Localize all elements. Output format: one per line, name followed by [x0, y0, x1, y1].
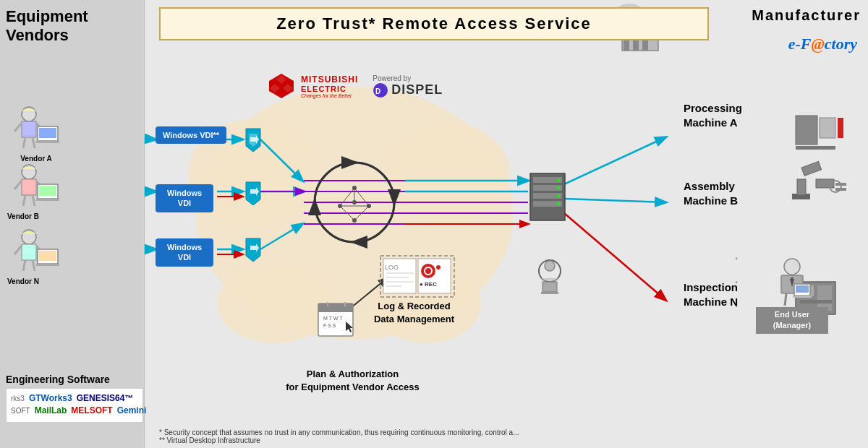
svg-line-38	[340, 188, 354, 206]
svg-line-27	[564, 137, 665, 184]
footnotes-area: * Security concept that assumes no trust…	[159, 428, 854, 444]
svg-point-35	[352, 218, 357, 223]
svg-point-34	[338, 204, 342, 208]
powered-by-text: Powered by	[373, 74, 443, 82]
svg-rect-111	[36, 141, 59, 143]
svg-point-98	[421, 264, 435, 278]
svg-point-62	[557, 186, 560, 189]
svg-text:D: D	[375, 87, 380, 95]
mitsubishi-name: MITSUBISHI	[301, 74, 358, 85]
svg-text:F  S  S: F S S	[323, 323, 336, 328]
left-panel: EquipmentVendors Vendor A	[0, 0, 145, 448]
dispel-group: Powered by D DISPEL	[373, 74, 443, 98]
processing-machine-label: ProcessingMachine A	[684, 101, 742, 129]
software-mailab: MailLab	[35, 405, 67, 415]
svg-marker-44	[250, 187, 259, 196]
worker-n-icon	[7, 224, 65, 282]
software-row-1: rks3 GTWorks3 GENESIS64™	[11, 393, 138, 403]
svg-point-31	[315, 163, 394, 242]
worker-b-icon	[7, 159, 65, 217]
vendor-a-area: Vendor A	[7, 101, 65, 163]
svg-rect-82	[542, 282, 557, 292]
svg-line-15	[260, 224, 302, 249]
software-genesis64: GENESIS64™	[77, 393, 134, 403]
eng-software-title: Engineering Software	[6, 374, 143, 385]
mitsubishi-diamond-icon	[268, 72, 295, 100]
mitsubishi-text-group: MITSUBISHI ELECTRIC Changes for the Bett…	[301, 74, 358, 98]
vdi-label-2: WindowsVDI	[167, 189, 202, 207]
svg-rect-84	[318, 303, 353, 336]
svg-marker-43	[250, 135, 259, 144]
logos-area: MITSUBISHI ELECTRIC Changes for the Bett…	[268, 72, 443, 100]
svg-line-37	[354, 188, 369, 206]
svg-point-138	[784, 259, 800, 275]
svg-line-28	[564, 199, 665, 202]
svg-point-81	[545, 261, 555, 271]
svg-point-61	[557, 178, 560, 181]
svg-rect-129	[36, 264, 59, 266]
svg-line-108	[33, 137, 35, 148]
svg-rect-83	[541, 292, 558, 294]
end-user-section: End User(Manager)	[756, 257, 828, 334]
svg-line-105	[14, 123, 22, 132]
software-gtworks3: GTWorks3	[29, 393, 72, 403]
assembly-machine-label: AssemblyMachine B	[684, 179, 738, 207]
svg-rect-110	[39, 128, 56, 138]
svg-text:● REC: ● REC	[420, 281, 437, 288]
svg-line-116	[23, 195, 25, 206]
software-gemini: Gemini	[117, 405, 147, 415]
svg-line-141	[785, 293, 786, 306]
svg-point-32	[352, 186, 357, 190]
svg-line-40	[340, 206, 354, 220]
software-list: rks3 GTWorks3 GENESIS64™ SOFT MailLab ME…	[6, 388, 143, 423]
manufacturer-title: Manufacturer	[676, 0, 868, 31]
svg-point-36	[352, 200, 357, 204]
svg-rect-59	[533, 193, 562, 199]
footnote-2: ** Virtual Desktop Infrastructure	[159, 436, 854, 444]
svg-line-123	[14, 246, 22, 254]
svg-rect-58	[533, 185, 562, 191]
vdi-label-1: Windows VDI**	[163, 131, 219, 139]
svg-point-2	[387, 123, 510, 224]
svg-point-3	[217, 264, 333, 343]
engineering-software-section: Engineering Software rks3 GTWorks3 GENES…	[6, 374, 143, 423]
svg-line-114	[14, 181, 22, 189]
svg-rect-57	[533, 177, 562, 183]
svg-rect-91	[383, 259, 416, 293]
svg-point-80	[539, 260, 561, 282]
mitsubishi-electric: ELECTRIC	[301, 85, 358, 93]
svg-rect-144	[796, 285, 809, 293]
software-melsoft: MELSOFT	[71, 405, 112, 415]
svg-line-13	[260, 139, 302, 181]
svg-point-100	[436, 265, 441, 270]
end-user-person-icon	[770, 257, 814, 307]
svg-rect-128	[39, 251, 56, 261]
dispel-text: DISPEL	[391, 82, 443, 98]
svg-line-117	[33, 195, 35, 206]
svg-point-99	[425, 267, 432, 275]
main-title: Zero Trust* Remote Access Service	[159, 7, 709, 40]
svg-point-33	[367, 204, 371, 208]
svg-text:LOG: LOG	[385, 264, 399, 271]
mitsubishi-tagline: Changes for the Better	[301, 93, 358, 98]
svg-line-39	[354, 206, 369, 220]
svg-line-126	[33, 260, 35, 271]
inspection-machine-label: InspectionMachine N	[684, 280, 738, 309]
svg-rect-122	[22, 244, 36, 260]
mitsubishi-logo-group: MITSUBISHI ELECTRIC Changes for the Bett…	[268, 72, 358, 100]
worker-a-icon	[7, 101, 65, 159]
svg-rect-104	[22, 121, 36, 137]
efactory-logo: e-F@ctory	[788, 35, 857, 53]
software-rks3: rks3	[11, 395, 25, 402]
svg-rect-119	[39, 186, 56, 196]
svg-rect-56	[530, 173, 565, 220]
svg-rect-145	[793, 296, 812, 298]
vdi-box-1: Windows VDI**	[156, 126, 226, 144]
vdi-box-3: WindowsVDI	[156, 238, 213, 267]
svg-line-125	[23, 260, 25, 271]
vendor-n-area: Vendor N	[7, 224, 65, 285]
svg-line-107	[23, 137, 25, 148]
vdi-box-2: WindowsVDI	[156, 184, 213, 212]
svg-text:M T W T: M T W T	[323, 316, 343, 321]
svg-rect-60	[533, 201, 562, 207]
